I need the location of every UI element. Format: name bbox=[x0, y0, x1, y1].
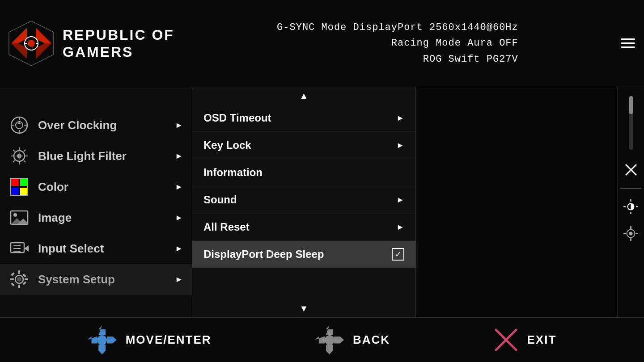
svg-line-22 bbox=[24, 160, 25, 162]
sidebar-label-color: Color bbox=[38, 180, 166, 194]
brand-text: REPUBLIC OF GAMERS bbox=[63, 26, 174, 61]
submenu-item-key-lock[interactable]: Key Lock ► bbox=[192, 132, 415, 159]
scrollbar-thumb[interactable] bbox=[629, 96, 633, 114]
sidebar-item-image[interactable]: Image ► bbox=[0, 202, 192, 233]
sidebar-item-blue-light-filter[interactable]: Blue Light Filter ► bbox=[0, 141, 192, 172]
svg-point-34 bbox=[13, 213, 17, 217]
sidebar-item-system-setup[interactable]: System Setup ► bbox=[0, 264, 192, 295]
back-dpad-right-icon bbox=[334, 337, 344, 344]
back-dpad-center-icon bbox=[325, 335, 335, 345]
status-line2: Racing Mode Aura OFF bbox=[277, 35, 518, 51]
svg-rect-43 bbox=[18, 270, 20, 274]
sidebar-label-image: Image bbox=[38, 211, 166, 225]
system-setup-arrow-icon: ► bbox=[175, 275, 183, 284]
dpad-up-icon bbox=[98, 325, 106, 335]
submenu-item-sound[interactable]: Sound ► bbox=[192, 186, 415, 214]
sidebar: Over Clocking ► bbox=[0, 87, 192, 317]
svg-point-60 bbox=[629, 232, 633, 235]
status-line1: G-SYNC Mode DisplayPort 2560x1440@60Hz bbox=[277, 20, 518, 35]
svg-rect-62 bbox=[630, 238, 631, 241]
sidebar-label-system-setup: System Setup bbox=[38, 273, 166, 286]
dpad-left-icon bbox=[88, 337, 97, 344]
back-dpad-up-icon bbox=[326, 325, 333, 335]
sound-arrow-icon: ► bbox=[396, 195, 404, 205]
submenu-item-information[interactable]: Information bbox=[192, 159, 415, 186]
svg-rect-48 bbox=[22, 282, 26, 285]
svg-rect-50 bbox=[22, 274, 26, 277]
back-dpad-down-icon bbox=[326, 345, 333, 354]
sidebar-label-input-select: Input Select bbox=[38, 242, 166, 256]
svg-point-6 bbox=[28, 40, 35, 47]
all-reset-arrow-icon: ► bbox=[396, 223, 404, 232]
blue-light-filter-icon bbox=[9, 146, 29, 166]
move-enter-control: MOVE/ENTER bbox=[88, 325, 212, 354]
svg-rect-46 bbox=[25, 278, 28, 280]
submenu-label-osd-timeout: OSD Timeout bbox=[203, 112, 396, 124]
submenu-label-sound: Sound bbox=[203, 194, 396, 206]
exit-label: EXIT bbox=[527, 333, 557, 347]
dpad-down-icon bbox=[98, 345, 106, 354]
submenu-item-all-reset[interactable]: All Reset ► bbox=[192, 214, 415, 241]
input-select-arrow-icon: ► bbox=[175, 244, 183, 253]
sidebar-label-over-clocking: Over Clocking bbox=[38, 118, 166, 132]
main-content: Over Clocking ► bbox=[0, 87, 644, 317]
brightness-icon[interactable] bbox=[622, 198, 640, 215]
svg-marker-38 bbox=[24, 245, 29, 252]
submenu-item-displayport-deep-sleep[interactable]: DisplayPort Deep Sleep bbox=[192, 241, 415, 268]
over-clocking-arrow-icon: ► bbox=[175, 121, 183, 130]
settings-icon[interactable] bbox=[622, 224, 640, 242]
system-setup-icon bbox=[9, 269, 29, 290]
svg-rect-49 bbox=[11, 282, 14, 286]
svg-rect-61 bbox=[630, 226, 631, 229]
back-label: BACK bbox=[353, 333, 390, 347]
header-info: G-SYNC Mode DisplayPort 2560x1440@60Hz R… bbox=[277, 20, 518, 67]
sidebar-label-blue-light-filter: Blue Light Filter bbox=[38, 149, 166, 163]
input-select-icon bbox=[9, 239, 29, 259]
status-line3: ROG Swift PG27V bbox=[277, 51, 518, 67]
svg-rect-64 bbox=[636, 233, 638, 234]
close-icon[interactable] bbox=[622, 161, 640, 179]
svg-line-21 bbox=[13, 150, 15, 152]
key-lock-arrow-icon: ► bbox=[396, 141, 404, 150]
submenu: ▲ OSD Timeout ► Key Lock ► Information S… bbox=[192, 87, 416, 317]
rog-logo-icon bbox=[7, 19, 56, 68]
scroll-up-icon[interactable]: ▲ bbox=[192, 87, 415, 105]
svg-rect-45 bbox=[10, 278, 14, 280]
svg-rect-44 bbox=[18, 285, 20, 288]
sidebar-item-over-clocking[interactable]: Over Clocking ► bbox=[0, 110, 192, 141]
back-dpad-left-icon bbox=[315, 337, 325, 344]
header: REPUBLIC OF GAMERS G-SYNC Mode DisplayPo… bbox=[0, 0, 644, 87]
svg-line-24 bbox=[13, 160, 15, 162]
sidebar-item-color[interactable]: Color ► bbox=[0, 172, 192, 202]
scrollbar-track[interactable] bbox=[629, 96, 633, 150]
svg-rect-29 bbox=[20, 179, 27, 186]
svg-point-51 bbox=[17, 277, 21, 282]
color-arrow-icon: ► bbox=[175, 182, 183, 192]
menu-icon[interactable] bbox=[621, 38, 635, 48]
svg-rect-30 bbox=[11, 188, 18, 195]
submenu-label-key-lock: Key Lock bbox=[203, 139, 396, 152]
sidebar-item-input-select[interactable]: Input Select ► bbox=[0, 233, 192, 264]
submenu-item-osd-timeout[interactable]: OSD Timeout ► bbox=[192, 105, 415, 132]
over-clocking-icon bbox=[9, 115, 29, 135]
svg-rect-47 bbox=[11, 272, 14, 276]
exit-x-icon[interactable] bbox=[494, 328, 518, 352]
blue-light-filter-arrow-icon: ► bbox=[175, 152, 183, 161]
submenu-label-all-reset: All Reset bbox=[203, 221, 396, 233]
svg-rect-28 bbox=[11, 179, 18, 186]
scroll-down-icon[interactable]: ▼ bbox=[192, 300, 415, 317]
submenu-label-displayport-deep-sleep: DisplayPort Deep Sleep bbox=[203, 248, 392, 261]
displayport-deep-sleep-checkbox-icon bbox=[392, 248, 404, 261]
color-icon bbox=[9, 177, 29, 197]
footer: MOVE/ENTER BACK EXIT bbox=[0, 317, 644, 362]
right-side-icons bbox=[617, 87, 644, 317]
move-enter-dpad-icon[interactable] bbox=[88, 325, 117, 354]
dpad-right-icon bbox=[107, 337, 117, 344]
svg-rect-31 bbox=[20, 188, 27, 195]
move-enter-label: MOVE/ENTER bbox=[126, 333, 212, 347]
right-panel bbox=[416, 87, 644, 317]
image-icon bbox=[9, 208, 29, 228]
osd-timeout-arrow-icon: ► bbox=[396, 114, 404, 123]
exit-control: EXIT bbox=[494, 328, 557, 352]
back-dpad-icon[interactable] bbox=[315, 325, 344, 354]
